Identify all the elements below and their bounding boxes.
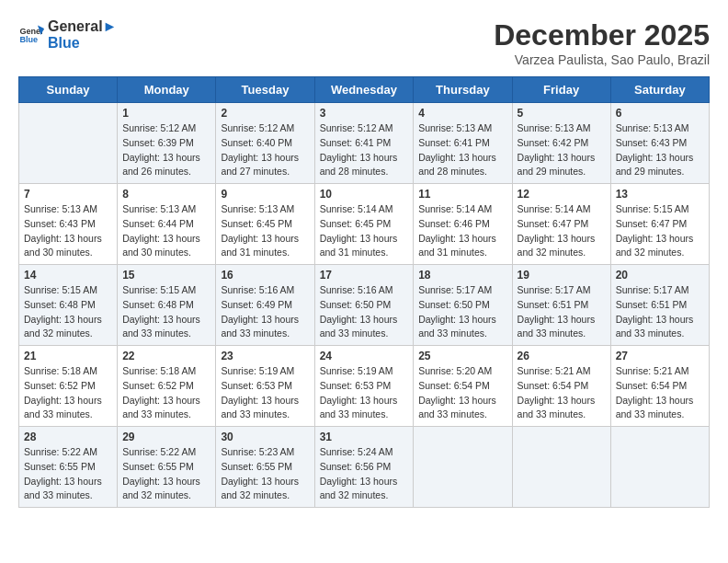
calendar-cell: 4Sunrise: 5:13 AMSunset: 6:41 PMDaylight… xyxy=(414,103,512,184)
calendar-cell: 1Sunrise: 5:12 AMSunset: 6:39 PMDaylight… xyxy=(118,103,216,184)
day-number: 7 xyxy=(24,188,112,201)
calendar-cell: 24Sunrise: 5:19 AMSunset: 6:53 PMDayligh… xyxy=(314,346,414,427)
day-info: Sunrise: 5:13 AMSunset: 6:44 PMDaylight:… xyxy=(122,202,210,260)
day-info: Sunrise: 5:20 AMSunset: 6:54 PMDaylight:… xyxy=(418,364,506,422)
calendar-cell: 29Sunrise: 5:22 AMSunset: 6:55 PMDayligh… xyxy=(118,427,216,508)
calendar-cell: 30Sunrise: 5:23 AMSunset: 6:55 PMDayligh… xyxy=(216,427,314,508)
day-info: Sunrise: 5:21 AMSunset: 6:54 PMDaylight:… xyxy=(616,364,704,422)
day-info: Sunrise: 5:12 AMSunset: 6:41 PMDaylight:… xyxy=(320,121,409,179)
day-info: Sunrise: 5:13 AMSunset: 6:43 PMDaylight:… xyxy=(24,202,112,260)
day-number: 8 xyxy=(122,188,210,201)
logo-line2: Blue xyxy=(48,35,117,52)
logo-line1: General► xyxy=(48,18,117,35)
calendar-cell: 5Sunrise: 5:13 AMSunset: 6:42 PMDaylight… xyxy=(512,103,610,184)
day-number: 16 xyxy=(221,269,309,282)
calendar-week-3: 14Sunrise: 5:15 AMSunset: 6:48 PMDayligh… xyxy=(19,265,710,346)
day-number: 5 xyxy=(518,107,606,120)
day-info: Sunrise: 5:21 AMSunset: 6:54 PMDaylight:… xyxy=(518,364,606,422)
day-info: Sunrise: 5:13 AMSunset: 6:42 PMDaylight:… xyxy=(518,121,606,179)
day-info: Sunrise: 5:24 AMSunset: 6:56 PMDaylight:… xyxy=(320,445,409,503)
header-sunday: Sunday xyxy=(19,77,118,103)
header-wednesday: Wednesday xyxy=(314,77,414,103)
calendar-cell: 27Sunrise: 5:21 AMSunset: 6:54 PMDayligh… xyxy=(610,346,709,427)
day-info: Sunrise: 5:15 AMSunset: 6:48 PMDaylight:… xyxy=(122,283,210,341)
calendar-cell: 17Sunrise: 5:16 AMSunset: 6:50 PMDayligh… xyxy=(314,265,414,346)
day-number: 24 xyxy=(320,350,409,362)
calendar-cell: 12Sunrise: 5:14 AMSunset: 6:47 PMDayligh… xyxy=(512,184,610,265)
calendar-cell: 31Sunrise: 5:24 AMSunset: 6:56 PMDayligh… xyxy=(314,427,414,508)
header-friday: Friday xyxy=(512,77,610,103)
header-thursday: Thursday xyxy=(414,77,512,103)
day-number: 21 xyxy=(24,350,112,362)
page-header: General Blue General► Blue December 2025… xyxy=(18,18,710,67)
day-info: Sunrise: 5:12 AMSunset: 6:39 PMDaylight:… xyxy=(122,121,210,179)
calendar-cell: 10Sunrise: 5:14 AMSunset: 6:45 PMDayligh… xyxy=(314,184,414,265)
calendar-cell: 13Sunrise: 5:15 AMSunset: 6:47 PMDayligh… xyxy=(610,184,709,265)
calendar-cell: 15Sunrise: 5:15 AMSunset: 6:48 PMDayligh… xyxy=(118,265,216,346)
day-number: 26 xyxy=(518,350,606,362)
day-info: Sunrise: 5:18 AMSunset: 6:52 PMDaylight:… xyxy=(24,364,112,422)
day-number: 15 xyxy=(122,269,210,282)
day-info: Sunrise: 5:22 AMSunset: 6:55 PMDaylight:… xyxy=(24,445,112,503)
calendar-cell: 18Sunrise: 5:17 AMSunset: 6:50 PMDayligh… xyxy=(414,265,512,346)
calendar-cell xyxy=(610,427,709,508)
header-monday: Monday xyxy=(118,77,216,103)
day-number: 31 xyxy=(320,431,409,443)
day-number: 12 xyxy=(518,188,606,201)
day-info: Sunrise: 5:13 AMSunset: 6:41 PMDaylight:… xyxy=(418,121,506,179)
calendar-cell: 19Sunrise: 5:17 AMSunset: 6:51 PMDayligh… xyxy=(512,265,610,346)
svg-text:Blue: Blue xyxy=(19,35,38,44)
day-number: 29 xyxy=(122,431,210,443)
calendar-cell: 3Sunrise: 5:12 AMSunset: 6:41 PMDaylight… xyxy=(314,103,414,184)
calendar-cell xyxy=(512,427,610,508)
calendar-cell: 25Sunrise: 5:20 AMSunset: 6:54 PMDayligh… xyxy=(414,346,512,427)
calendar-cell: 7Sunrise: 5:13 AMSunset: 6:43 PMDaylight… xyxy=(19,184,118,265)
day-number: 4 xyxy=(418,107,506,120)
day-number: 13 xyxy=(616,188,704,201)
calendar-cell: 11Sunrise: 5:14 AMSunset: 6:46 PMDayligh… xyxy=(414,184,512,265)
day-number: 1 xyxy=(122,107,210,120)
calendar-week-5: 28Sunrise: 5:22 AMSunset: 6:55 PMDayligh… xyxy=(19,427,710,508)
calendar-week-1: 1Sunrise: 5:12 AMSunset: 6:39 PMDaylight… xyxy=(19,103,710,184)
day-number: 2 xyxy=(221,107,309,120)
month-title: December 2025 xyxy=(494,18,710,52)
day-info: Sunrise: 5:13 AMSunset: 6:43 PMDaylight:… xyxy=(616,121,704,179)
calendar-cell: 6Sunrise: 5:13 AMSunset: 6:43 PMDaylight… xyxy=(610,103,709,184)
day-number: 19 xyxy=(518,269,606,282)
day-number: 9 xyxy=(221,188,309,201)
day-info: Sunrise: 5:14 AMSunset: 6:46 PMDaylight:… xyxy=(418,202,506,260)
day-info: Sunrise: 5:13 AMSunset: 6:45 PMDaylight:… xyxy=(221,202,309,260)
day-number: 18 xyxy=(418,269,506,282)
calendar-cell: 20Sunrise: 5:17 AMSunset: 6:51 PMDayligh… xyxy=(610,265,709,346)
calendar-week-2: 7Sunrise: 5:13 AMSunset: 6:43 PMDaylight… xyxy=(19,184,710,265)
day-info: Sunrise: 5:17 AMSunset: 6:50 PMDaylight:… xyxy=(418,283,506,341)
day-info: Sunrise: 5:23 AMSunset: 6:55 PMDaylight:… xyxy=(221,445,309,503)
day-number: 30 xyxy=(221,431,309,443)
calendar-cell: 2Sunrise: 5:12 AMSunset: 6:40 PMDaylight… xyxy=(216,103,314,184)
day-number: 27 xyxy=(616,350,704,362)
day-number: 20 xyxy=(616,269,704,282)
day-number: 23 xyxy=(221,350,309,362)
day-number: 6 xyxy=(616,107,704,120)
day-number: 28 xyxy=(24,431,112,443)
calendar-cell xyxy=(19,103,118,184)
calendar-cell xyxy=(414,427,512,508)
day-number: 22 xyxy=(122,350,210,362)
logo-icon: General Blue xyxy=(18,22,44,48)
day-info: Sunrise: 5:19 AMSunset: 6:53 PMDaylight:… xyxy=(320,364,409,422)
day-number: 3 xyxy=(320,107,409,120)
day-number: 11 xyxy=(418,188,506,201)
day-info: Sunrise: 5:14 AMSunset: 6:45 PMDaylight:… xyxy=(320,202,409,260)
day-number: 10 xyxy=(320,188,409,201)
calendar-cell: 28Sunrise: 5:22 AMSunset: 6:55 PMDayligh… xyxy=(19,427,118,508)
calendar-cell: 9Sunrise: 5:13 AMSunset: 6:45 PMDaylight… xyxy=(216,184,314,265)
calendar-cell: 21Sunrise: 5:18 AMSunset: 6:52 PMDayligh… xyxy=(19,346,118,427)
calendar-cell: 16Sunrise: 5:16 AMSunset: 6:49 PMDayligh… xyxy=(216,265,314,346)
day-info: Sunrise: 5:19 AMSunset: 6:53 PMDaylight:… xyxy=(221,364,309,422)
header-tuesday: Tuesday xyxy=(216,77,314,103)
calendar-cell: 23Sunrise: 5:19 AMSunset: 6:53 PMDayligh… xyxy=(216,346,314,427)
day-info: Sunrise: 5:17 AMSunset: 6:51 PMDaylight:… xyxy=(616,283,704,341)
calendar-week-4: 21Sunrise: 5:18 AMSunset: 6:52 PMDayligh… xyxy=(19,346,710,427)
location: Varzea Paulista, Sao Paulo, Brazil xyxy=(494,52,710,67)
calendar-cell: 22Sunrise: 5:18 AMSunset: 6:52 PMDayligh… xyxy=(118,346,216,427)
